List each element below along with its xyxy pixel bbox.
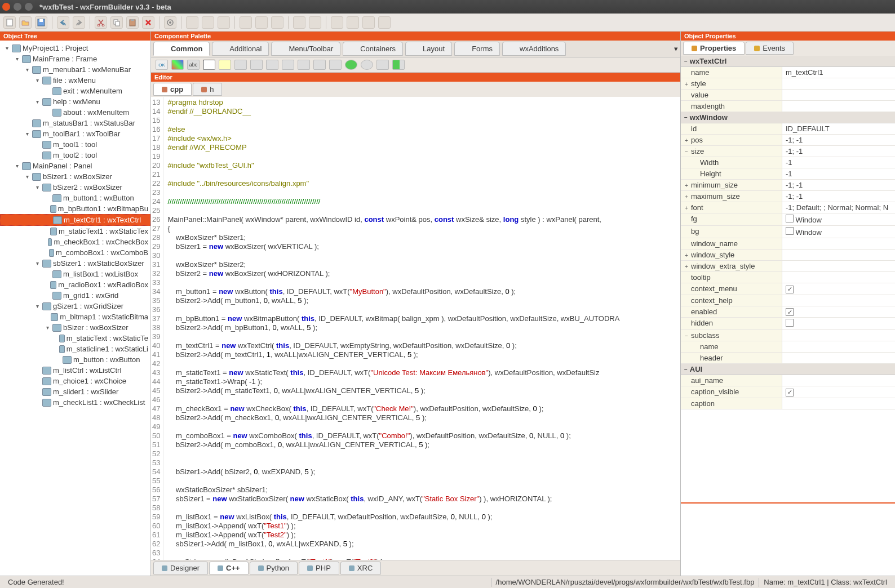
prop-row-font[interactable]: +font-1; Default; ; Normal; Normal; N bbox=[681, 202, 895, 213]
copy-button[interactable] bbox=[110, 16, 123, 29]
checkbox-icon[interactable] bbox=[786, 319, 794, 327]
prop-value[interactable] bbox=[782, 330, 895, 341]
prop-row-enabled[interactable]: enabled✓ bbox=[681, 306, 895, 318]
new-button[interactable] bbox=[3, 16, 16, 29]
expand-icon[interactable]: ▾ bbox=[34, 77, 41, 83]
generate-button[interactable] bbox=[164, 16, 176, 29]
expand-icon[interactable]: + bbox=[683, 264, 690, 270]
palette-tab-common[interactable]: Common bbox=[153, 42, 210, 56]
prop-row-window-style[interactable]: +window_style bbox=[681, 250, 895, 261]
palette-listctrl-button[interactable] bbox=[266, 60, 278, 70]
tree-item[interactable]: ▾bSizer1 : wxBoxSizer bbox=[0, 171, 150, 182]
tree-item[interactable]: m_button : wxButton bbox=[0, 354, 150, 365]
prop-value[interactable]: -1; -1 bbox=[782, 146, 895, 157]
collapse-icon[interactable]: − bbox=[684, 366, 688, 372]
tree-item[interactable]: m_tool1 : tool bbox=[0, 139, 150, 150]
save-button[interactable] bbox=[35, 16, 47, 29]
prop-row-Width[interactable]: Width-1 bbox=[681, 157, 895, 168]
prop-category[interactable]: −wxWindow bbox=[681, 112, 895, 123]
expand-icon[interactable]: + bbox=[683, 137, 690, 144]
expand-icon[interactable]: + bbox=[683, 182, 690, 189]
prop-category[interactable]: −AUI bbox=[681, 364, 895, 375]
prop-row-caption-visible[interactable]: caption_visible✓ bbox=[681, 386, 895, 398]
palette-tab-forms[interactable]: Forms bbox=[454, 42, 500, 56]
prop-row-subclass[interactable]: −subclass bbox=[681, 330, 895, 341]
align-right-button[interactable] bbox=[218, 16, 230, 29]
palette-radiobutton-button[interactable] bbox=[345, 60, 357, 70]
prop-value[interactable] bbox=[782, 250, 895, 260]
tree-item[interactable]: m_statusBar1 : wxStatusBar bbox=[0, 118, 150, 128]
tree-item[interactable]: m_choice1 : wxChoice bbox=[0, 376, 150, 386]
tree-item[interactable]: m_staticline1 : wxStaticLi bbox=[0, 344, 150, 354]
border-button-4[interactable] bbox=[378, 16, 391, 29]
palette-checkbox-button[interactable] bbox=[313, 60, 326, 70]
tree-item[interactable]: exit : wxMenuItem bbox=[0, 86, 150, 96]
prop-tab-events[interactable]: Events bbox=[746, 42, 794, 55]
tree-item[interactable]: m_checkBox1 : wxCheckBox bbox=[0, 237, 150, 247]
palette-checklist-button[interactable] bbox=[329, 60, 342, 70]
expand-icon[interactable]: ▾ bbox=[14, 163, 20, 169]
palette-bitmap-button[interactable] bbox=[171, 60, 184, 70]
redo-button[interactable] bbox=[73, 16, 85, 29]
prop-value[interactable]: ✓ bbox=[782, 386, 895, 398]
expand-icon[interactable]: ▾ bbox=[24, 131, 30, 137]
prop-value[interactable] bbox=[782, 90, 895, 100]
minimize-icon[interactable] bbox=[14, 3, 21, 11]
prop-row-pos[interactable]: +pos-1; -1 bbox=[681, 135, 895, 146]
tree-item[interactable]: m_staticText : wxStaticTe bbox=[0, 333, 150, 344]
close-icon[interactable] bbox=[2, 3, 10, 11]
palette-bitmap-icon[interactable] bbox=[234, 60, 247, 70]
checkbox-icon[interactable] bbox=[786, 215, 794, 222]
palette-tab-menu-toolbar[interactable]: Menu/Toolbar bbox=[271, 42, 340, 56]
layout-button-1[interactable] bbox=[240, 16, 252, 29]
prop-value[interactable]: -1; Default; ; Normal; Normal; N bbox=[782, 202, 895, 213]
tree-item[interactable]: m_button1 : wxButton bbox=[0, 193, 150, 203]
tree-item[interactable]: ▾bSizer2 : wxBoxSizer bbox=[0, 182, 150, 193]
view-tab-python[interactable]: Python bbox=[250, 562, 298, 574]
stretch-button[interactable] bbox=[309, 16, 321, 29]
object-tree[interactable]: ▾MyProject1 : Project▾MainFrame : Frame▾… bbox=[0, 41, 150, 576]
palette-tab-layout[interactable]: Layout bbox=[405, 42, 452, 56]
prop-row-window-name[interactable]: window_name bbox=[681, 238, 895, 250]
cut-button[interactable] bbox=[95, 16, 107, 29]
expand-icon[interactable]: + bbox=[683, 252, 690, 259]
prop-category[interactable]: −wxTextCtrl bbox=[681, 56, 895, 67]
tree-item[interactable]: ▾sbSizer1 : wxStaticBoxSizer bbox=[0, 258, 150, 269]
code-editor[interactable]: 13 14 15 16 17 18 19 20 21 22 23 24 25 2… bbox=[151, 97, 680, 560]
palette-choice-button[interactable] bbox=[282, 60, 294, 70]
tree-item[interactable]: m_radioBox1 : wxRadioBox bbox=[0, 279, 150, 290]
prop-value[interactable]: ID_DEFAULT bbox=[782, 123, 895, 134]
view-tab-php[interactable]: PHP bbox=[299, 562, 339, 574]
prop-row-style[interactable]: +style bbox=[681, 78, 895, 90]
layout-button-3[interactable] bbox=[271, 16, 283, 29]
layout-button-2[interactable] bbox=[255, 16, 268, 29]
tree-item[interactable]: m_comboBox1 : wxComboB bbox=[0, 247, 150, 258]
expand-icon[interactable]: − bbox=[683, 149, 690, 155]
tree-item[interactable]: m_bpButton1 : wxBitmapBu bbox=[0, 203, 150, 214]
tree-item[interactable]: ▾MainFrame : Frame bbox=[0, 54, 150, 64]
prop-row-minimum-size[interactable]: +minimum_size-1; -1 bbox=[681, 180, 895, 191]
checkbox-icon[interactable]: ✓ bbox=[786, 286, 794, 293]
prop-value[interactable] bbox=[782, 353, 895, 363]
border-button-3[interactable] bbox=[362, 16, 375, 29]
tree-item[interactable]: ▾bSizer : wxBoxSizer bbox=[0, 322, 150, 333]
expand-icon[interactable]: − bbox=[683, 333, 690, 339]
prop-value[interactable]: ✓ bbox=[782, 283, 895, 295]
tree-item[interactable]: ▾MyProject1 : Project bbox=[0, 43, 150, 54]
tree-item[interactable]: m_listCtrl : wxListCtrl bbox=[0, 365, 150, 376]
palette-grid-button[interactable] bbox=[298, 60, 310, 70]
prop-value[interactable] bbox=[782, 398, 895, 409]
file-tab-h[interactable]: h bbox=[193, 83, 222, 96]
expand-icon[interactable]: ▾ bbox=[24, 173, 30, 180]
expand-icon[interactable]: ▾ bbox=[24, 66, 30, 73]
prop-row-tooltip[interactable]: tooltip bbox=[681, 272, 895, 283]
prop-value[interactable]: m_textCtrl1 bbox=[782, 67, 895, 78]
tree-item[interactable]: m_tool2 : tool bbox=[0, 150, 150, 161]
expand-icon[interactable]: + bbox=[683, 194, 690, 200]
prop-value[interactable]: -1 bbox=[782, 168, 895, 179]
prop-value[interactable] bbox=[782, 375, 895, 386]
prop-row-name[interactable]: name bbox=[681, 341, 895, 353]
tree-item[interactable]: m_bitmap1 : wxStaticBitma bbox=[0, 311, 150, 322]
prop-value[interactable] bbox=[782, 341, 895, 352]
tree-item[interactable]: m_grid1 : wxGrid bbox=[0, 290, 150, 301]
